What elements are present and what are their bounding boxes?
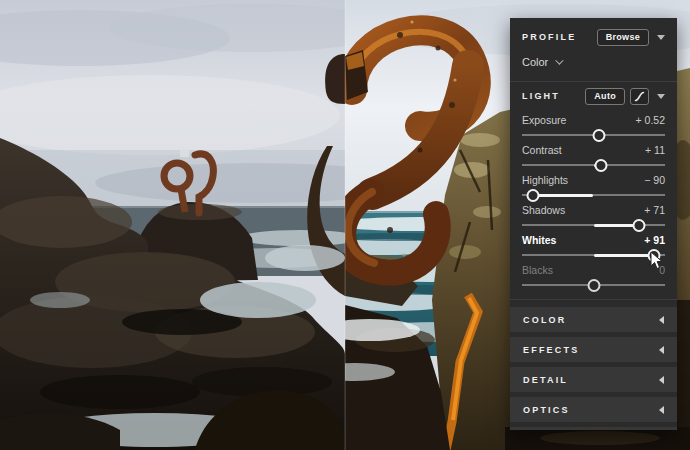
divider: [510, 81, 677, 82]
section-bar-geometry[interactable]: GEOMETRY: [510, 427, 677, 430]
slider-track[interactable]: [522, 217, 665, 233]
slider-value: − 90: [644, 174, 665, 186]
slider-label: Blacks: [522, 264, 553, 276]
light-heading: LIGHT: [522, 91, 560, 101]
profile-selector[interactable]: Color: [522, 49, 665, 75]
slider-value: + 71: [644, 204, 665, 216]
tone-curve-button[interactable]: [630, 88, 649, 105]
slider-row: Shadows + 71: [522, 203, 665, 233]
slider-value: + 11: [645, 144, 665, 156]
divider: [510, 299, 677, 300]
slider-track[interactable]: [522, 187, 665, 203]
slider-row: Contrast + 11: [522, 143, 665, 173]
slider-label: Highlights: [522, 174, 568, 186]
profile-heading: PROFILE: [522, 32, 576, 42]
slider-track[interactable]: [522, 277, 665, 293]
before-after-split-line: [344, 0, 345, 450]
slider-row: Exposure + 0.52: [522, 113, 665, 143]
slider-row: Whites + 91: [522, 233, 665, 263]
slider-knob[interactable]: [587, 279, 600, 292]
slider-knob[interactable]: [633, 219, 646, 232]
auto-button[interactable]: Auto: [585, 88, 625, 105]
slider-track[interactable]: [522, 157, 665, 173]
section-label: EFFECTS: [523, 345, 579, 355]
slider-track[interactable]: [522, 127, 665, 143]
slider-label: Shadows: [522, 204, 565, 216]
collapsed-sections: COLOR EFFECTS DETAIL OPTICS GEOMETRY: [522, 307, 665, 430]
light-collapse-icon[interactable]: [657, 94, 665, 99]
chevron-left-icon: [659, 316, 664, 324]
slider-row: Highlights − 90: [522, 173, 665, 203]
slider-knob[interactable]: [527, 189, 540, 202]
tone-curve-icon: [634, 91, 645, 102]
profile-collapse-icon[interactable]: [657, 35, 665, 40]
section-label: DETAIL: [523, 375, 568, 385]
chevron-left-icon: [659, 406, 664, 414]
browse-button[interactable]: Browse: [597, 29, 649, 46]
profile-selected-value: Color: [522, 56, 548, 68]
slider-value: + 0.52: [636, 114, 666, 126]
slider-label: Exposure: [522, 114, 566, 126]
slider-label: Whites: [522, 234, 556, 246]
chevron-left-icon: [659, 376, 664, 384]
section-bar-effects[interactable]: EFFECTS: [510, 337, 677, 362]
section-bar-optics[interactable]: OPTICS: [510, 397, 677, 422]
chevron-left-icon: [659, 346, 664, 354]
slider-knob[interactable]: [594, 159, 607, 172]
slider-label: Contrast: [522, 144, 562, 156]
slider-knob[interactable]: [593, 129, 606, 142]
slider-row: Blacks 0: [522, 263, 665, 293]
slider-value: + 91: [644, 234, 665, 246]
light-sliders: Exposure + 0.52 Contrast + 11 Highlights…: [522, 113, 665, 293]
section-bar-color[interactable]: COLOR: [510, 307, 677, 332]
edit-panel: PROFILE Browse Color LIGHT Auto Exposure…: [510, 18, 677, 430]
mouse-cursor: [650, 251, 663, 270]
slider-track[interactable]: [522, 247, 665, 263]
section-label: COLOR: [523, 315, 567, 325]
chevron-down-icon: [555, 56, 563, 64]
lightroom-app: PROFILE Browse Color LIGHT Auto Exposure…: [0, 0, 690, 450]
section-bar-detail[interactable]: DETAIL: [510, 367, 677, 392]
section-label: OPTICS: [523, 405, 570, 415]
